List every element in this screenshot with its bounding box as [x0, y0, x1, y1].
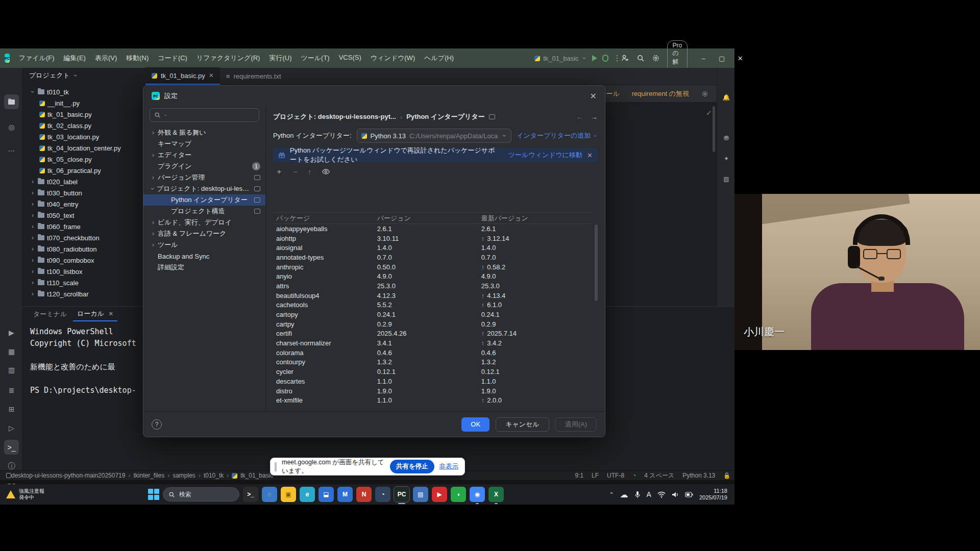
taskbar-app-line[interactable]: ◖	[451, 487, 466, 502]
settings-nav--[interactable]: プロジェクト構造	[143, 206, 265, 217]
chevron-icon[interactable]: ›	[30, 212, 35, 219]
breadcrumb-1[interactable]: tkinter_files	[133, 472, 164, 479]
chevron-icon[interactable]: ›	[30, 223, 35, 230]
package-row-certifi[interactable]: certifi2025.4.26↑2025.7.14	[273, 329, 592, 339]
taskbar-app-chrome[interactable]: ◉	[470, 487, 485, 502]
column-header[interactable]: パッケージ	[276, 214, 377, 223]
tree-item-t080_radiobutton[interactable]: ›t080_radiobutton	[23, 243, 145, 255]
menu-実行[interactable]: 実行(U)	[265, 52, 296, 64]
settings-nav--[interactable]: ›外観 & 振る舞い	[143, 127, 265, 138]
battery-icon[interactable]	[685, 492, 693, 497]
menu-ウィンドウ[interactable]: ウィンドウ(W)	[366, 52, 419, 64]
onedrive-cloud-icon[interactable]: ☁	[620, 490, 628, 499]
remove-package-button[interactable]: −	[293, 167, 298, 176]
volume-icon[interactable]	[672, 491, 679, 498]
notifications-bell-icon[interactable]: 🔔	[720, 91, 733, 104]
chevron-icon[interactable]: ›	[30, 178, 35, 185]
chevron-icon[interactable]: ›	[30, 268, 35, 275]
upgrade-arrow-icon[interactable]: ↑	[481, 396, 485, 404]
drag-handle-icon[interactable]	[275, 462, 277, 471]
taskbar-clock[interactable]: 11:18 2025/07/19	[699, 488, 727, 501]
upgrade-arrow-icon[interactable]: ↑	[481, 330, 485, 337]
tree-item-t120_scrollbar[interactable]: ›t120_scrollbar	[23, 288, 145, 299]
package-table-scrollbar[interactable]	[595, 224, 598, 301]
settings-nav--[interactable]: ›エディター	[143, 149, 265, 161]
ime-indicator[interactable]: A	[647, 490, 651, 498]
package-row-colorama[interactable]: colorama0.4.60.4.6	[273, 348, 592, 358]
microphone-icon[interactable]	[634, 491, 641, 498]
python-console-icon[interactable]: ≣	[4, 383, 19, 397]
breadcrumb-project[interactable]: プロジェクト: desktop-ui-lessons-pyt...	[273, 112, 396, 121]
upgrade-package-button[interactable]: ↑	[308, 167, 312, 176]
editor-scrollbar[interactable]	[713, 106, 715, 152]
taskbar-app-windows-terminal[interactable]: >_	[243, 487, 258, 502]
upgrade-arrow-icon[interactable]: ↑	[481, 292, 485, 299]
close-icon[interactable]: ✕	[209, 72, 214, 79]
settings-nav--[interactable]: 詳細設定	[143, 262, 265, 273]
status-interpreter-widget[interactable]: Python 3.13	[682, 472, 715, 479]
taskbar-app-teams[interactable]: ◔	[375, 487, 390, 502]
wifi-icon[interactable]	[657, 491, 666, 498]
taskbar-app-edge[interactable]: e	[300, 487, 315, 502]
structure-icon[interactable]: ▦	[4, 344, 19, 359]
breadcrumb-2[interactable]: samples	[173, 472, 195, 479]
status-caret-position[interactable]: 9:1	[575, 472, 583, 479]
tree-item-t100_listbox[interactable]: ›t100_listbox	[23, 266, 145, 277]
settings-nav--[interactable]: ›バージョン管理	[143, 172, 265, 183]
plugins-icon[interactable]: ▧	[720, 172, 733, 186]
taskbar-app-youtube[interactable]: ▶	[432, 487, 447, 502]
chevron-icon[interactable]: ›	[30, 257, 35, 264]
settings-nav--desktop-ui-lessons-pyt-[interactable]: ›プロジェクト: desktop-ui-lessons-pyt...	[143, 183, 265, 194]
package-row-aiosignal[interactable]: aiosignal1.4.01.4.0	[273, 243, 592, 253]
column-header[interactable]: 最新バージョン	[481, 214, 592, 223]
tree-item-t070_checkbutton[interactable]: ›t070_checkbutton	[23, 232, 145, 243]
terminal-panel-tab[interactable]: ターミナル	[29, 308, 71, 321]
more-actions-button[interactable]: ⋮	[614, 54, 621, 63]
settings-nav--[interactable]: ›ビルド、実行、デプロイ	[143, 217, 265, 228]
column-header[interactable]: バージョン	[377, 214, 481, 223]
package-row-cachetools[interactable]: cachetools5.5.2↑6.1.0	[273, 300, 592, 310]
menu-移動[interactable]: 移動(N)	[122, 52, 153, 64]
ignore-requirement-link[interactable]: requirement の無視	[632, 89, 689, 98]
project-panel-header[interactable]: プロジェクト ›	[23, 68, 145, 83]
tree-item-tk_03_location-py[interactable]: tk_03_location.py	[23, 131, 145, 142]
dialog-close-icon[interactable]: ✕	[590, 91, 597, 101]
tree-item-t030_button[interactable]: ›t030_button	[23, 187, 145, 198]
packages-icon[interactable]: ▥	[4, 362, 19, 377]
taskbar-app-photos[interactable]: ◌	[262, 487, 277, 502]
window-maximize-button[interactable]: ▢	[713, 55, 730, 62]
menu-ファイル[interactable]: ファイル(F)	[15, 52, 59, 64]
taskbar-search[interactable]: 検索	[163, 487, 239, 502]
taskbar-app-pycharm[interactable]: PC	[394, 487, 409, 502]
package-row-cycler[interactable]: cycler0.12.10.12.1	[273, 367, 592, 377]
banner-close-icon[interactable]: ✕	[587, 152, 593, 159]
notifications-icon[interactable]: ▷	[4, 420, 19, 435]
tree-item-t010_tk[interactable]: ›t010_tk	[23, 86, 145, 97]
package-row-aiohappyeyeballs[interactable]: aiohappyeyeballs2.6.12.6.1	[273, 224, 592, 234]
unlock-icon[interactable]: 🔓	[723, 472, 730, 479]
window-close-button[interactable]: ✕	[731, 55, 749, 62]
tree-item-t050_text[interactable]: ›t050_text	[23, 210, 145, 221]
menu-コード[interactable]: コード(C)	[154, 52, 191, 64]
package-row-aiohttp[interactable]: aiohttp3.10.11↑3.12.14	[273, 234, 592, 243]
search-everywhere-icon[interactable]	[636, 54, 645, 62]
tree-item-tk_06_practical-py[interactable]: tk_06_practical.py	[23, 165, 145, 176]
settings-nav-backup-and-sync[interactable]: Backup and Sync	[143, 251, 265, 262]
run-configuration-select[interactable]: tk_01_basic ›	[534, 55, 586, 62]
menu-ツール[interactable]: ツール(T)	[297, 52, 333, 64]
package-row-cartopy[interactable]: cartopy0.24.10.24.1	[273, 310, 592, 319]
package-row-fonttools[interactable]: fonttools4.58.5↑4.59.0	[273, 405, 592, 407]
menu-ヘルプ[interactable]: ヘルプ(H)	[420, 52, 458, 64]
chevron-icon[interactable]: ›	[29, 89, 36, 94]
chevron-icon[interactable]: ›	[30, 234, 35, 241]
project-folder-icon[interactable]	[4, 94, 19, 109]
tree-item-t090_combobox[interactable]: ›t090_combobox	[23, 255, 145, 266]
interpreter-select[interactable]: Python 3.13 C:/Users/renpa/AppData/Local…	[357, 129, 512, 143]
taskbar-app-netflix[interactable]: N	[356, 487, 372, 502]
taskbar-app-notepad[interactable]: ▤	[413, 487, 428, 502]
settings-nav--[interactable]: キーマップ	[143, 138, 265, 149]
tree-item-tk_05_close-py[interactable]: tk_05_close.py	[23, 154, 145, 165]
help-button[interactable]: ?	[152, 419, 162, 430]
package-row-distro[interactable]: distro1.9.01.9.0	[273, 386, 592, 396]
menu-VCS[interactable]: VCS(S)	[335, 52, 365, 64]
